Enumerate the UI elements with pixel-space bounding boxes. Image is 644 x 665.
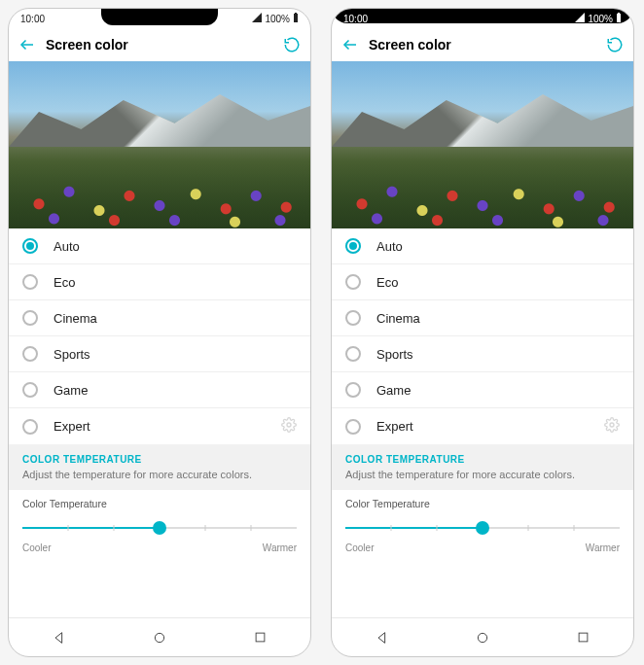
signal-icon — [575, 13, 585, 24]
slider-min-label: Cooler — [22, 542, 51, 553]
option-label: Eco — [376, 275, 398, 290]
slider-min-label: Cooler — [345, 542, 374, 553]
svg-point-2 — [287, 423, 291, 427]
slider-max-label: Warmer — [586, 542, 620, 553]
signal-icon — [252, 13, 262, 24]
nav-home-icon[interactable] — [463, 630, 502, 646]
color-mode-option[interactable]: Auto — [9, 228, 310, 264]
battery-icon — [293, 13, 299, 24]
section-heading: COLOR TEMPERATURE — [9, 444, 310, 469]
option-label: Eco — [54, 275, 75, 290]
color-mode-option[interactable]: Sports — [332, 336, 633, 372]
status-bar: 10:00 100% — [9, 9, 310, 28]
svg-rect-5 — [617, 14, 621, 22]
slider-thumb[interactable] — [153, 521, 166, 535]
notch — [101, 8, 218, 25]
battery-icon — [616, 13, 622, 24]
phone-right: 10:00 100% Screen color Auto Eco Cinema … — [331, 8, 634, 657]
radio-icon — [345, 274, 361, 290]
nav-back-icon[interactable] — [40, 630, 79, 646]
color-mode-option[interactable]: Cinema — [332, 300, 633, 336]
page-title: Screen color — [46, 37, 273, 52]
svg-point-3 — [155, 633, 163, 642]
color-mode-option[interactable]: Expert — [332, 408, 633, 444]
radio-icon — [22, 382, 38, 398]
radio-icon — [22, 238, 38, 254]
radio-icon — [22, 419, 38, 435]
color-mode-list: Auto Eco Cinema Sports Game Expert — [332, 228, 633, 444]
option-label: Game — [54, 383, 88, 398]
slider-thumb[interactable] — [476, 521, 489, 535]
app-header: Screen color — [9, 28, 310, 61]
nav-recent-icon[interactable] — [240, 630, 279, 645]
nav-bar — [332, 617, 633, 656]
color-temperature-slider-block: Color Temperature Cooler Warmer — [9, 490, 310, 559]
radio-icon — [345, 382, 361, 398]
color-temperature-slider-block: Color Temperature Cooler Warmer — [332, 490, 633, 559]
back-icon[interactable] — [341, 36, 359, 53]
color-mode-option[interactable]: Expert — [9, 408, 310, 444]
color-mode-option[interactable]: Auto — [332, 228, 633, 264]
color-mode-option[interactable]: Game — [332, 372, 633, 408]
preview-image — [332, 61, 633, 228]
section-description: Adjust the temperature for more accurate… — [332, 469, 633, 490]
section-description: Adjust the temperature for more accurate… — [9, 469, 310, 490]
svg-rect-4 — [256, 633, 265, 642]
app-header: Screen color — [332, 28, 633, 61]
radio-icon — [345, 419, 361, 435]
radio-icon — [345, 310, 361, 326]
color-mode-option[interactable]: Game — [9, 372, 310, 408]
color-mode-option[interactable]: Eco — [332, 264, 633, 300]
svg-point-7 — [610, 423, 614, 427]
radio-icon — [22, 346, 38, 362]
option-label: Expert — [54, 419, 90, 434]
option-label: Cinema — [54, 311, 97, 326]
phone-left: 10:00 100% Screen color Auto Eco Cinema … — [8, 8, 311, 657]
battery-pct: 100% — [265, 14, 290, 24]
option-label: Auto — [376, 239, 403, 254]
option-label: Sports — [376, 347, 413, 362]
svg-rect-0 — [294, 14, 298, 22]
back-icon[interactable] — [18, 36, 36, 53]
nav-back-icon[interactable] — [363, 630, 402, 646]
color-temperature-slider[interactable] — [345, 519, 620, 537]
svg-point-8 — [478, 633, 486, 642]
slider-title: Color Temperature — [22, 498, 297, 509]
radio-icon — [22, 310, 38, 326]
svg-rect-9 — [579, 633, 588, 642]
radio-icon — [345, 238, 361, 254]
reset-icon[interactable] — [283, 36, 301, 53]
page-title: Screen color — [369, 37, 596, 52]
color-mode-option[interactable]: Eco — [9, 264, 310, 300]
nav-recent-icon[interactable] — [563, 630, 602, 645]
radio-icon — [345, 346, 361, 362]
option-label: Auto — [54, 239, 80, 254]
gear-icon[interactable] — [281, 417, 297, 437]
status-time: 10:00 — [20, 14, 45, 24]
status-bar: 10:00 100% — [332, 9, 633, 28]
slider-max-label: Warmer — [263, 542, 297, 553]
color-mode-list: Auto Eco Cinema Sports Game Expert — [9, 228, 310, 444]
option-label: Expert — [376, 419, 413, 434]
nav-home-icon[interactable] — [140, 630, 179, 646]
svg-rect-1 — [295, 13, 297, 14]
nav-bar — [9, 617, 310, 656]
reset-icon[interactable] — [606, 36, 624, 53]
preview-image — [9, 61, 310, 228]
color-mode-option[interactable]: Sports — [9, 336, 310, 372]
color-mode-option[interactable]: Cinema — [9, 300, 310, 336]
svg-rect-6 — [618, 13, 620, 14]
slider-title: Color Temperature — [345, 498, 620, 509]
radio-icon — [22, 274, 38, 290]
color-temperature-slider[interactable] — [22, 519, 297, 537]
battery-pct: 100% — [588, 14, 613, 24]
gear-icon[interactable] — [604, 417, 620, 437]
option-label: Game — [376, 383, 411, 398]
option-label: Cinema — [376, 311, 420, 326]
status-time: 10:00 — [343, 14, 368, 24]
option-label: Sports — [54, 347, 90, 362]
section-heading: COLOR TEMPERATURE — [332, 444, 633, 469]
